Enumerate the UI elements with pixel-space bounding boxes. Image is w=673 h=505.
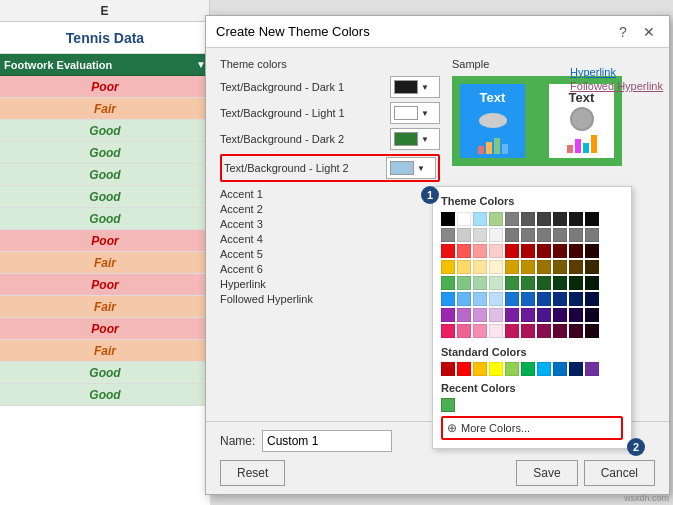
hyperlink-label[interactable]: Hyperlink [570, 66, 663, 78]
theme-color-cell[interactable] [537, 292, 551, 306]
theme-color-cell[interactable] [521, 244, 535, 258]
theme-color-cell[interactable] [537, 244, 551, 258]
theme-color-cell[interactable] [441, 260, 455, 274]
theme-color-cell[interactable] [585, 276, 599, 290]
standard-color-cell-2[interactable] [473, 362, 487, 376]
theme-color-cell[interactable] [585, 260, 599, 274]
help-button[interactable]: ? [613, 22, 633, 42]
color-dropdown-light1[interactable]: ▼ [390, 102, 440, 124]
theme-color-cell[interactable] [489, 244, 503, 258]
color-dropdown-dark1[interactable]: ▼ [390, 76, 440, 98]
theme-color-cell[interactable] [553, 276, 567, 290]
theme-color-cell[interactable] [537, 308, 551, 322]
cancel-button[interactable]: Cancel [584, 460, 655, 486]
theme-color-cell[interactable] [473, 228, 487, 242]
standard-color-cell-9[interactable] [585, 362, 599, 376]
theme-color-cell[interactable] [537, 212, 551, 226]
theme-color-cell[interactable] [585, 244, 599, 258]
theme-color-cell[interactable] [537, 324, 551, 338]
followed-hyperlink-label[interactable]: Followed Hyperlink [570, 80, 663, 92]
theme-color-cell[interactable] [441, 292, 455, 306]
theme-color-cell[interactable] [569, 292, 583, 306]
color-dropdown-dark2[interactable]: ▼ [390, 128, 440, 150]
theme-color-cell[interactable] [441, 324, 455, 338]
theme-color-cell[interactable] [585, 308, 599, 322]
theme-color-cell[interactable] [473, 308, 487, 322]
theme-color-cell[interactable] [505, 228, 519, 242]
standard-color-cell-7[interactable] [553, 362, 567, 376]
theme-color-cell[interactable] [569, 244, 583, 258]
theme-color-cell[interactable] [457, 212, 471, 226]
close-button[interactable]: ✕ [639, 22, 659, 42]
theme-color-cell[interactable] [457, 228, 471, 242]
theme-color-cell[interactable] [521, 228, 535, 242]
theme-color-cell[interactable] [585, 324, 599, 338]
standard-color-cell-1[interactable] [457, 362, 471, 376]
theme-color-cell[interactable] [505, 324, 519, 338]
theme-color-cell[interactable] [521, 276, 535, 290]
theme-color-cell[interactable] [489, 292, 503, 306]
theme-color-cell[interactable] [489, 324, 503, 338]
theme-color-cell[interactable] [585, 212, 599, 226]
theme-color-cell[interactable] [473, 260, 487, 274]
name-input[interactable] [262, 430, 392, 452]
standard-color-cell-4[interactable] [505, 362, 519, 376]
accent-link-4[interactable]: Accent 5 [220, 248, 440, 260]
theme-color-cell[interactable] [505, 260, 519, 274]
recent-color-swatch[interactable] [441, 398, 455, 412]
accent-link-2[interactable]: Accent 3 [220, 218, 440, 230]
theme-color-cell[interactable] [505, 244, 519, 258]
theme-color-cell[interactable] [457, 324, 471, 338]
theme-color-cell[interactable] [521, 260, 535, 274]
standard-color-cell-3[interactable] [489, 362, 503, 376]
accent-link-3[interactable]: Accent 4 [220, 233, 440, 245]
accent-link-1[interactable]: Accent 2 [220, 203, 440, 215]
theme-color-cell[interactable] [489, 212, 503, 226]
theme-color-cell[interactable] [457, 244, 471, 258]
theme-color-cell[interactable] [553, 212, 567, 226]
theme-color-cell[interactable] [457, 308, 471, 322]
accent-link-7[interactable]: Followed Hyperlink [220, 293, 440, 305]
theme-color-cell[interactable] [441, 212, 455, 226]
theme-color-cell[interactable] [473, 324, 487, 338]
more-colors-button[interactable]: ⊕ More Colors... [441, 416, 623, 440]
theme-color-cell[interactable] [553, 308, 567, 322]
standard-color-cell-0[interactable] [441, 362, 455, 376]
standard-color-cell-6[interactable] [537, 362, 551, 376]
theme-color-cell[interactable] [521, 324, 535, 338]
theme-color-cell[interactable] [521, 292, 535, 306]
accent-link-0[interactable]: Accent 1 [220, 188, 440, 200]
column-header[interactable]: Footwork Evaluation ▼ [0, 54, 210, 76]
theme-color-cell[interactable] [553, 324, 567, 338]
theme-color-cell[interactable] [569, 228, 583, 242]
theme-color-cell[interactable] [457, 276, 471, 290]
reset-button[interactable]: Reset [220, 460, 285, 486]
save-button[interactable]: Save [516, 460, 577, 486]
standard-color-cell-5[interactable] [521, 362, 535, 376]
theme-color-cell[interactable] [441, 308, 455, 322]
theme-color-cell[interactable] [569, 324, 583, 338]
theme-color-cell[interactable] [521, 212, 535, 226]
theme-color-cell[interactable] [553, 292, 567, 306]
accent-link-6[interactable]: Hyperlink [220, 278, 440, 290]
theme-color-cell[interactable] [505, 276, 519, 290]
theme-color-cell[interactable] [505, 212, 519, 226]
theme-color-cell[interactable] [505, 292, 519, 306]
theme-color-cell[interactable] [537, 260, 551, 274]
theme-color-cell[interactable] [489, 260, 503, 274]
theme-color-cell[interactable] [489, 276, 503, 290]
theme-color-cell[interactable] [569, 308, 583, 322]
theme-color-cell[interactable] [569, 260, 583, 274]
standard-color-cell-8[interactable] [569, 362, 583, 376]
theme-color-cell[interactable] [585, 292, 599, 306]
theme-color-cell[interactable] [553, 244, 567, 258]
theme-color-cell[interactable] [553, 228, 567, 242]
theme-color-cell[interactable] [457, 260, 471, 274]
theme-color-cell[interactable] [569, 212, 583, 226]
theme-color-cell[interactable] [569, 276, 583, 290]
theme-color-cell[interactable] [441, 276, 455, 290]
theme-color-cell[interactable] [473, 244, 487, 258]
theme-color-cell[interactable] [489, 228, 503, 242]
theme-color-cell[interactable] [585, 228, 599, 242]
accent-link-5[interactable]: Accent 6 [220, 263, 440, 275]
